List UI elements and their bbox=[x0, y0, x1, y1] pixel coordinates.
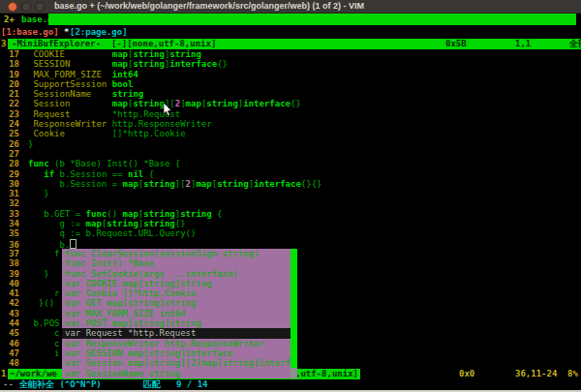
line-number: 20 bbox=[0, 79, 19, 89]
statusline-minibuf-bar: -MiniBufExplorer- [-][none,utf-8,unix] 0… bbox=[8, 39, 581, 49]
match-label: 匹配 bbox=[143, 379, 161, 389]
popup-scrollbar[interactable] bbox=[290, 249, 297, 378]
line-number: 29 bbox=[0, 169, 19, 179]
line-number: 47 bbox=[0, 348, 19, 358]
line-number: 37 bbox=[0, 249, 19, 258]
line-number: 22 bbox=[0, 99, 19, 108]
line-number: 21 bbox=[0, 89, 19, 99]
code-line[interactable]: 17 COOKIE map[string]string bbox=[0, 49, 581, 59]
line-number: 40 bbox=[0, 279, 19, 288]
code-line[interactable]: 19 MAX_FORM_SIZE int64 bbox=[0, 70, 581, 79]
minibuf-entry-number: 2+ bbox=[4, 15, 15, 24]
line-number: 25 bbox=[0, 129, 19, 138]
code-line[interactable]: 33 b.GET = func() map[string]string { bbox=[0, 209, 581, 219]
completion-item[interactable]: var POST map[string]string bbox=[62, 318, 290, 328]
line-number: 46 bbox=[0, 339, 19, 348]
line-number: 24 bbox=[0, 119, 19, 129]
code-line[interactable]: 27 bbox=[0, 149, 581, 159]
line-number: 26 bbox=[0, 139, 19, 149]
code-line[interactable]: 36 b. bbox=[0, 239, 581, 249]
line-number: 43 bbox=[0, 309, 19, 318]
completion-item[interactable]: var GET map[string]string bbox=[62, 298, 290, 308]
completion-item[interactable]: var ResponseWriter http.ResponseWriter bbox=[62, 339, 290, 348]
completion-item[interactable]: var SESSION map[string]interface bbox=[62, 348, 290, 358]
line-number: 18 bbox=[0, 59, 19, 69]
completion-items: func ClearSession(sessionSign string)fun… bbox=[62, 249, 290, 378]
ruler-cursor-position: 1,1 bbox=[515, 39, 531, 48]
mouse-cursor bbox=[163, 103, 172, 117]
completion-item[interactable]: var Session map[string][2]map[string]int… bbox=[62, 358, 290, 368]
completion-item[interactable]: func ClearSession(sessionSign string) bbox=[62, 249, 290, 258]
insert-cursor bbox=[70, 239, 76, 249]
code-line[interactable]: 28func (b *Base) Init() *Base { bbox=[0, 159, 581, 168]
line-number: 33 bbox=[0, 209, 19, 219]
window-close-button[interactable] bbox=[8, 2, 17, 12]
tab-page-go[interactable]: [2:page.go] bbox=[70, 27, 128, 37]
completion-item-selected[interactable]: var Request *http.Request bbox=[62, 328, 290, 338]
window-title: base.go + (~/work/web/golanger/framework… bbox=[54, 1, 364, 11]
line-number: 42 bbox=[0, 298, 19, 308]
statusline-minibuf: 3 -MiniBufExplorer- [-][none,utf-8,unix]… bbox=[0, 39, 581, 49]
code-line[interactable]: 21 SessionName string bbox=[0, 89, 581, 99]
line-number: 38 bbox=[0, 258, 19, 268]
line-number: 44 bbox=[0, 318, 19, 328]
statusline-file-path: ~/work/we bbox=[10, 369, 57, 378]
code-line[interactable]: 35 q := b.Request.URL.Query() bbox=[0, 228, 581, 238]
tab-base-go[interactable]: [1:base.go] bbox=[1, 27, 59, 37]
ruler-scroll-position: 全部 bbox=[569, 39, 581, 48]
code-line[interactable]: 30 b.Session = map[string][2]map[string]… bbox=[0, 179, 581, 189]
code-line[interactable]: 32 bbox=[0, 198, 581, 208]
code-line[interactable]: 25 Cookie []*http.Cookie bbox=[0, 129, 581, 138]
code-line[interactable]: 24 ResponseWriter http.ResponseWriter bbox=[0, 119, 581, 129]
line-number: 31 bbox=[0, 189, 19, 198]
omni-completion-mode-label: 全能补全 (^O^N^P) bbox=[19, 379, 102, 389]
code-line[interactable]: 22 Session map[string][2]map[string]inte… bbox=[0, 99, 581, 108]
code-line[interactable]: 23 Request *http.Request bbox=[0, 109, 581, 119]
window-titlebar: base.go + (~/work/web/golanger/framework… bbox=[0, 0, 581, 14]
line-number: 27 bbox=[0, 149, 19, 159]
line-number: 17 bbox=[0, 49, 19, 59]
line-number: 28 bbox=[0, 159, 19, 168]
code-line[interactable]: 26} bbox=[0, 139, 581, 149]
line-number: 45 bbox=[0, 328, 19, 338]
minibuf-explorer-row: 2+ base.go bbox=[0, 14, 581, 26]
message-prefix: -- bbox=[3, 379, 14, 389]
line-number: 34 bbox=[0, 219, 19, 228]
line-number: 48 bbox=[0, 358, 19, 368]
completion-item[interactable]: var MAX_FORM_SIZE int64 bbox=[62, 309, 290, 318]
vim-window: base.go + (~/work/web/golanger/framework… bbox=[0, 0, 581, 392]
ruler-hex-value: 0x5B bbox=[445, 39, 467, 48]
line-number: 23 bbox=[0, 109, 19, 119]
match-count: 9 / 14 bbox=[176, 379, 208, 389]
code-line[interactable]: 34 g := map[string]string{} bbox=[0, 219, 581, 228]
line-number: 30 bbox=[0, 179, 19, 189]
popup-scrollbar-thumb[interactable] bbox=[290, 249, 297, 368]
ruler-cursor-position-main: 36,11-24 bbox=[515, 369, 557, 378]
code-line[interactable]: 29 if b.Session == nil { bbox=[0, 169, 581, 179]
code-line[interactable]: 31 } bbox=[0, 189, 581, 198]
line-number: 39 bbox=[0, 269, 19, 279]
completion-popup: func ClearSession(sessionSign string)fun… bbox=[62, 249, 297, 378]
minibuf-highlight-bar bbox=[48, 14, 576, 25]
minibuf-buffer-number: 3 bbox=[1, 39, 6, 48]
code-line[interactable]: 20 SupportSession bool bbox=[0, 79, 581, 89]
code-line[interactable]: 18 SESSION map[string]interface{} bbox=[0, 59, 581, 69]
buffer-tab-line: [1:base.go] * [2:page.go] bbox=[0, 26, 581, 39]
statusline-minibuf-label: -MiniBufExplorer- [-][none,utf-8,unix] bbox=[12, 39, 216, 48]
completion-item[interactable]: func Init() *Base bbox=[62, 258, 290, 268]
ruler-hex-value-main: 0x0 bbox=[459, 369, 474, 378]
line-number: 35 bbox=[0, 228, 19, 238]
completion-item[interactable]: var SessionName string bbox=[62, 369, 290, 378]
completion-item[interactable]: var Cookie []*http.Cookie bbox=[62, 288, 290, 298]
line-number: 19 bbox=[0, 70, 19, 79]
main-buffer-number: 1 bbox=[1, 369, 6, 378]
completion-item[interactable]: var COOKIE map[string]string bbox=[62, 279, 290, 288]
modified-indicator: * bbox=[64, 27, 69, 37]
window-minimize-button[interactable] bbox=[21, 2, 31, 12]
completion-item[interactable]: func SetCookie(args ...interface) bbox=[62, 269, 290, 279]
line-number: 41 bbox=[0, 288, 19, 298]
line-number: 32 bbox=[0, 198, 19, 208]
ruler-scroll-position-main: 8% bbox=[567, 369, 578, 378]
window-maximize-button[interactable] bbox=[35, 2, 45, 12]
